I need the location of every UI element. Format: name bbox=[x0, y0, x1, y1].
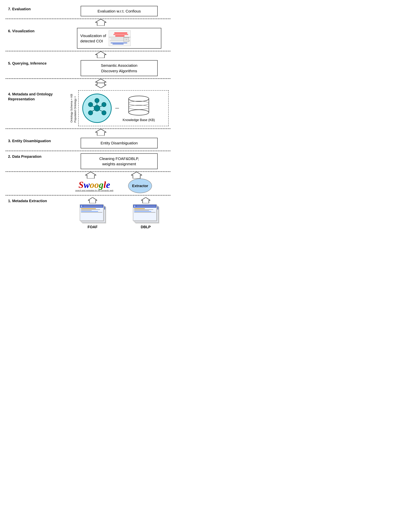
dblp-browser-front bbox=[133, 204, 157, 221]
swoogle-e: e bbox=[106, 180, 110, 190]
foaf-label: FOAF bbox=[88, 225, 97, 229]
swoogle-o2: o bbox=[94, 180, 99, 190]
swoogle-w: w bbox=[83, 180, 90, 190]
vis-thumbnail: ⬡ bbox=[124, 37, 129, 42]
molecule-circle bbox=[82, 94, 112, 123]
step-7-row: 7. Evaluation Evaluation w.r.t. Confious bbox=[6, 4, 170, 19]
populated-ontology-label: Populated Ontology =Ontology Schema + KB bbox=[70, 94, 77, 122]
browser-content-front bbox=[80, 208, 103, 214]
foaf-browser-front bbox=[80, 204, 104, 221]
arrow-4-5 bbox=[6, 79, 170, 88]
page-line bbox=[81, 210, 92, 211]
d-link-line bbox=[134, 211, 151, 212]
arrow-up-icon-right bbox=[131, 172, 142, 178]
step-3-content: Entity Disambiguation bbox=[68, 136, 170, 151]
svg-marker-23 bbox=[88, 197, 97, 203]
kb-cylinder: Knowledge Base (KB) bbox=[123, 94, 155, 122]
swoogle-extractor-row: Swoogle search and metadata for the sema… bbox=[6, 178, 170, 195]
arrow-5-6 bbox=[6, 51, 170, 58]
cylinder-svg bbox=[127, 94, 151, 116]
semantic-assoc-box: Semantic AssociationDiscovery Algorithms bbox=[81, 60, 158, 76]
svg-line-11 bbox=[100, 106, 102, 107]
step-6-row: 6. Visualization Visualization ofdetecte… bbox=[6, 26, 170, 51]
molecule-svg bbox=[84, 95, 110, 121]
dblp-addr-front bbox=[136, 206, 156, 207]
svg-marker-24 bbox=[141, 197, 150, 203]
arrow-up-icon-left bbox=[85, 172, 96, 178]
step-6-label: 6. Visualization bbox=[6, 26, 68, 51]
svg-point-6 bbox=[102, 102, 106, 107]
step-5-label: 5. Querying, Inference bbox=[6, 58, 68, 78]
populated-ontology-label-wrap: Populated Ontology =Ontology Schema + KB bbox=[70, 90, 77, 126]
arrows-to-swoogle-ext bbox=[6, 172, 170, 178]
browser-bar-front bbox=[80, 205, 103, 208]
step-4-row: 4. Metadata and OntologyRepresentation P… bbox=[6, 88, 170, 129]
step-7-label: 7. Evaluation bbox=[6, 4, 68, 19]
arrow-3-4 bbox=[6, 129, 170, 136]
left-arrow-wrap bbox=[85, 172, 96, 178]
right-arrow-wrap bbox=[131, 172, 142, 178]
page-line bbox=[81, 212, 102, 213]
step-1-row: 1. Metadata Extraction bbox=[6, 195, 170, 231]
swoogle-logo: Swoogle bbox=[78, 180, 110, 189]
foaf-browsers bbox=[80, 204, 105, 223]
svg-point-7 bbox=[102, 111, 106, 115]
data-prep-box: Cleaning FOAF&DBLP,weights assignment bbox=[81, 153, 158, 169]
svg-point-9 bbox=[88, 111, 93, 115]
step-4-label: 4. Metadata and OntologyRepresentation bbox=[6, 88, 68, 128]
svg-marker-3 bbox=[95, 83, 106, 88]
step-4-content: Populated Ontology =Ontology Schema + KB bbox=[68, 88, 170, 128]
swoogle-subtitle: search and metadata for the semantic web bbox=[75, 189, 114, 192]
dot-2 bbox=[81, 206, 82, 207]
link-line bbox=[81, 211, 98, 212]
svg-marker-0 bbox=[95, 19, 106, 26]
swoogle-wrap: Swoogle search and metadata for the sema… bbox=[75, 180, 114, 192]
d-page-line bbox=[134, 208, 145, 209]
dblp-content-front bbox=[133, 208, 156, 214]
step-3-label: 3. Entity Disambiguation bbox=[6, 136, 68, 151]
step-6-content: Visualization ofdetected COI ⬡ bbox=[68, 26, 170, 51]
d-page-line bbox=[134, 209, 153, 210]
visualization-image: ⬡ bbox=[109, 31, 131, 46]
vis-box-text: Visualization ofdetected COI bbox=[80, 33, 106, 44]
extractor-ellipse: Extractor bbox=[128, 178, 152, 193]
foaf-source: FOAF bbox=[80, 197, 105, 229]
arrow-6-7 bbox=[6, 19, 170, 26]
page-line bbox=[81, 209, 100, 210]
address-bar-front bbox=[83, 206, 103, 207]
svg-point-4 bbox=[94, 105, 100, 111]
evaluation-box: Evaluation w.r.t. Confious bbox=[81, 6, 158, 16]
dblp-label: DBLP bbox=[141, 225, 151, 229]
dblp-bar-front bbox=[133, 205, 156, 208]
arrow-up-icon-3 bbox=[95, 129, 106, 136]
step-7-content: Evaluation w.r.t. Confious bbox=[68, 4, 170, 19]
step-5-row: 5. Querying, Inference Semantic Associat… bbox=[6, 58, 170, 79]
step-2-row: 2. Data Preparation Cleaning FOAF&DBLP,w… bbox=[6, 151, 170, 172]
svg-marker-20 bbox=[95, 129, 106, 136]
swoogle-s: S bbox=[78, 180, 83, 190]
dblp-browsers bbox=[133, 204, 158, 223]
d-page-line bbox=[134, 210, 149, 211]
page-line bbox=[81, 208, 96, 209]
svg-marker-21 bbox=[85, 172, 96, 178]
double-arrow-icon bbox=[95, 79, 106, 88]
foaf-arrow-up bbox=[88, 197, 97, 203]
step-5-content: Semantic AssociationDiscovery Algorithms bbox=[68, 58, 170, 78]
svg-line-14 bbox=[92, 110, 94, 111]
step-1-label: 1. Metadata Extraction bbox=[6, 195, 68, 231]
svg-point-5 bbox=[95, 98, 99, 103]
kb-label: Knowledge Base (KB) bbox=[123, 118, 155, 122]
d-page-line bbox=[134, 212, 156, 213]
svg-marker-22 bbox=[131, 172, 142, 178]
entity-disambiguation-box: Entity Disambiguation bbox=[81, 138, 158, 148]
step-3-row: 3. Entity Disambiguation Entity Disambig… bbox=[6, 136, 170, 151]
dblp-source: DBLP bbox=[133, 197, 158, 229]
svg-line-13 bbox=[92, 106, 94, 107]
swoogle-l: l bbox=[104, 180, 106, 190]
step-2-label: 2. Data Preparation bbox=[6, 151, 68, 172]
ontology-dashed-box: Knowledge Base (KB) bbox=[78, 90, 169, 126]
swoogle-g: g bbox=[99, 180, 104, 190]
step-1-content: FOAF bbox=[68, 195, 170, 231]
svg-point-16 bbox=[129, 96, 149, 101]
step-2-content: Cleaning FOAF&DBLP,weights assignment bbox=[68, 151, 170, 172]
